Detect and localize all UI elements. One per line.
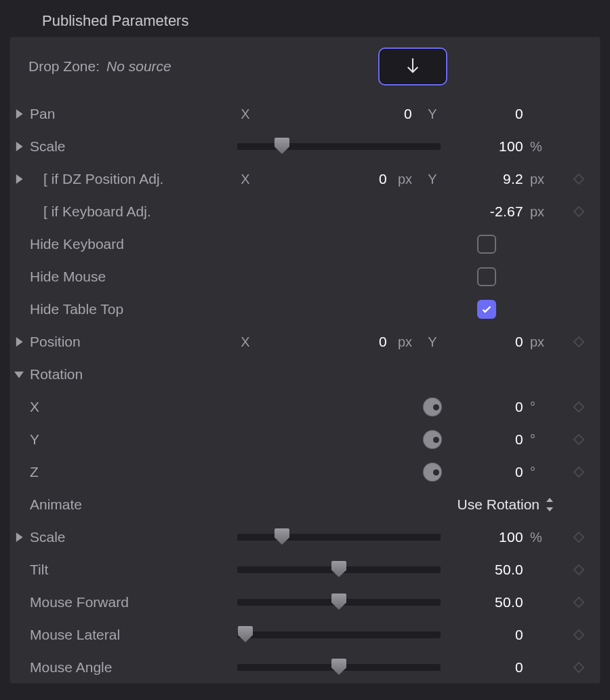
hide-keyboard-row: Hide Keyboard: [9, 228, 601, 260]
keyframe-dzpos[interactable]: [561, 173, 596, 185]
rotation-y-dial[interactable]: [423, 430, 442, 449]
keyboard-adj-value[interactable]: -2.67: [446, 203, 527, 220]
rotation-x-dial[interactable]: [423, 397, 442, 416]
checkmark-icon: [481, 304, 492, 315]
pan-y-axis: Y: [419, 106, 446, 122]
disclosure-scale2[interactable]: [9, 532, 28, 542]
keyframe-diamond-icon: [573, 596, 585, 608]
rotation-label: Rotation: [28, 366, 232, 383]
keyframe-diamond-icon: [573, 336, 585, 348]
rotation-x-value[interactable]: 0: [446, 399, 527, 415]
mouse-lateral-value[interactable]: 0: [446, 627, 527, 643]
mouse-forward-value[interactable]: 50.0: [446, 594, 527, 610]
dz-pos-adj-label: [ if DZ Position Adj.: [28, 171, 232, 187]
keyboard-adj-row: [ if Keyboard Adj. -2.67 px: [9, 195, 601, 228]
hide-mouse-checkbox[interactable]: [477, 267, 496, 286]
dz-x-value[interactable]: 0: [379, 171, 391, 187]
keyframe-diamond-icon: [573, 173, 585, 185]
pos-y-value[interactable]: 0: [446, 334, 527, 350]
hide-tabletop-label: Hide Table Top: [28, 301, 232, 317]
pos-x-value[interactable]: 0: [379, 334, 391, 350]
hide-mouse-label: Hide Mouse: [28, 269, 232, 285]
triangle-right-icon: [14, 337, 24, 347]
keyframe-mouse-fwd[interactable]: [561, 596, 596, 608]
keyframe-rot-y[interactable]: [561, 433, 596, 446]
rotation-z-row: Z 0 °: [9, 456, 601, 488]
keyframe-mouse-ang[interactable]: [561, 661, 596, 674]
hide-keyboard-label: Hide Keyboard: [28, 236, 232, 252]
slider-thumb[interactable]: [331, 659, 346, 675]
scale-unit: %: [527, 139, 561, 155]
triangle-right-icon: [14, 142, 24, 151]
tilt-slider[interactable]: [237, 566, 441, 573]
scale-slider[interactable]: [237, 143, 441, 150]
keyframe-scale2[interactable]: [561, 531, 596, 543]
disclosure-rotation[interactable]: [9, 370, 28, 379]
rotation-x-row: X 0 °: [9, 391, 601, 423]
mouse-lateral-slider[interactable]: [237, 631, 441, 638]
dz-y-unit: px: [527, 172, 561, 187]
triangle-right-icon: [14, 109, 24, 119]
keyframe-kbadj[interactable]: [561, 206, 596, 218]
pan-x-value[interactable]: 0: [259, 106, 419, 122]
scale-label: Scale: [28, 138, 232, 155]
tilt-row: Tilt 50.0: [9, 553, 601, 586]
scale2-unit: %: [527, 530, 561, 545]
parameters-panel: Published Parameters Drop Zone: No sourc…: [0, 0, 610, 684]
slider-thumb[interactable]: [331, 561, 346, 577]
pan-label: Pan: [28, 106, 232, 122]
keyframe-diamond-icon: [573, 401, 585, 413]
dz-y-axis: Y: [419, 172, 446, 187]
slider-thumb[interactable]: [331, 594, 346, 610]
keyframe-tilt[interactable]: [561, 564, 596, 576]
disclosure-pan[interactable]: [9, 109, 28, 119]
hide-keyboard-checkbox[interactable]: [477, 235, 496, 254]
disclosure-dzpos[interactable]: [9, 174, 28, 184]
pos-x-axis: X: [232, 334, 259, 350]
parameters-list: Drop Zone: No source Pan X 0 Y 0 Scale 1…: [9, 37, 601, 684]
mouse-angle-value[interactable]: 0: [446, 659, 527, 676]
rotation-z-dial[interactable]: [423, 463, 442, 482]
disclosure-scale[interactable]: [9, 142, 28, 151]
mouse-angle-slider[interactable]: [237, 664, 441, 671]
up-down-chevrons-icon: [545, 498, 554, 511]
pos-x-unit: px: [395, 334, 412, 350]
tilt-value[interactable]: 50.0: [446, 562, 527, 578]
hide-tabletop-checkbox[interactable]: [477, 300, 496, 319]
dz-y-value[interactable]: 9.2: [446, 171, 527, 187]
rotation-row: Rotation: [9, 358, 601, 391]
slider-thumb[interactable]: [274, 528, 289, 545]
slider-thumb[interactable]: [274, 138, 289, 154]
scale-value[interactable]: 100: [446, 138, 527, 155]
position-label: Position: [28, 334, 232, 350]
scale-row: Scale 100 %: [9, 130, 601, 163]
keyframe-position[interactable]: [561, 336, 596, 348]
animate-label: Animate: [28, 497, 232, 513]
dz-pos-adj-row: [ if DZ Position Adj. X 0 px Y 9.2 px: [9, 163, 601, 195]
mouse-angle-row: Mouse Angle 0: [9, 651, 601, 684]
pan-y-value[interactable]: 0: [446, 106, 527, 122]
rotation-z-value[interactable]: 0: [446, 464, 527, 480]
keyframe-diamond-icon: [573, 661, 585, 674]
slider-thumb[interactable]: [238, 626, 253, 642]
mouse-forward-slider[interactable]: [237, 599, 441, 606]
scale2-slider[interactable]: [237, 534, 441, 541]
position-row: Position X 0 px Y 0 px: [9, 326, 601, 358]
pan-row: Pan X 0 Y 0: [9, 98, 601, 130]
keyboard-adj-unit: px: [527, 204, 561, 220]
triangle-right-icon: [14, 532, 24, 542]
animate-popup[interactable]: Use Rotation: [259, 497, 561, 513]
rotation-y-label: Y: [28, 431, 232, 448]
scale2-value[interactable]: 100: [446, 529, 527, 545]
disclosure-position[interactable]: [9, 337, 28, 347]
keyframe-mouse-lat[interactable]: [561, 629, 596, 641]
keyframe-rot-z[interactable]: [561, 466, 596, 478]
keyframe-diamond-icon: [573, 564, 585, 576]
drop-zone-import-button[interactable]: [378, 47, 447, 85]
keyframe-rot-x[interactable]: [561, 401, 596, 413]
mouse-forward-row: Mouse Forward 50.0: [9, 586, 601, 619]
rotation-y-value[interactable]: 0: [446, 431, 527, 448]
mouse-lateral-label: Mouse Lateral: [28, 627, 232, 643]
dz-x-axis: X: [232, 172, 259, 187]
pos-y-axis: Y: [419, 334, 446, 350]
